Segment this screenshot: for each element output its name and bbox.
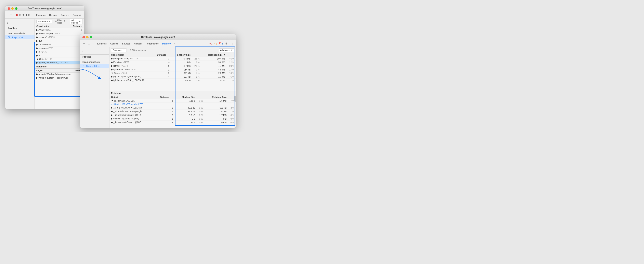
retainers-table1[interactable]: Object Distance Shallow Size Retained Si…: [35, 69, 84, 109]
tab-performance2[interactable]: Performance: [144, 42, 160, 46]
retainers-data2: Object Distance Shallow Size Retained Si…: [110, 95, 236, 124]
tab-console2[interactable]: Console: [109, 42, 120, 46]
profiles-title2[interactable]: Profiles: [80, 55, 109, 59]
snapshot-item1[interactable]: 🗒 Snap… (16….: [5, 35, 34, 40]
table-row[interactable]: ▶ (system) ×13070 2 626 204 4 % 1 571 68…: [35, 36, 84, 39]
cell-shallow-pct: 0 %: [197, 117, 204, 121]
table-row[interactable]: ▶ {sy1fu, sy2ly, sy39n, sy4fm, 4 197 kB …: [110, 75, 236, 78]
table-row[interactable]: ▶ (compiled code) ×107176 3 6.4 MB 28 % …: [110, 57, 236, 60]
table-row[interactable]: ▶ value in system / PropertyCel 3 0 0 % …: [35, 76, 84, 80]
filter-btn1[interactable]: ⊟ Filter by class: [53, 19, 69, 24]
table-row[interactable]: ▶ (string) ×43170 2 4.7 MB 20 % 4.7 MB 2…: [110, 64, 236, 68]
summary-btn2[interactable]: Summary ▼: [111, 48, 127, 52]
table-row[interactable]: ▶ _ in system / Context @607 4 36 B 0 % …: [110, 121, 236, 124]
tab-elements1[interactable]: Elements: [34, 13, 47, 17]
traffic-lights2[interactable]: [82, 36, 92, 38]
tab-sources1[interactable]: Sources: [59, 13, 71, 17]
heap-table1[interactable]: Constructor Distance Shallow Size Retain…: [35, 24, 84, 64]
tab-network2[interactable]: Network: [132, 42, 144, 46]
table-row[interactable]: ▶ (object shape) ×30404 2 1 555 032 9 % …: [35, 32, 84, 36]
retainers-table2[interactable]: Object Distance Shallow Size Retained Si…: [110, 95, 236, 128]
cell-shallow-pct: 0 %: [197, 113, 204, 117]
sidebar2: ≡ Profiles Heap snapshots 🗒 Snap… (22….: [80, 47, 110, 128]
summary-btn1[interactable]: Summary ▼: [36, 20, 52, 23]
table-row[interactable]: ▶ value in system / Property 3 0 B 0 % 0…: [110, 117, 236, 121]
table-row[interactable]: ▶ S 7 1 580 0 % 1 054 416 6 %: [35, 54, 84, 58]
tab-network1[interactable]: Network: [71, 13, 83, 17]
constructor-table1: Constructor Distance Shallow Size Retain…: [35, 24, 84, 64]
cell-shallow: 321 kB: [171, 72, 192, 75]
col-constructor1: Constructor: [35, 24, 71, 28]
tab-memory2[interactable]: Memory: [161, 42, 172, 46]
table-row[interactable]: ▶ {SdcwHb} ×8 4 203 040 1 % 1 369 084 8 …: [35, 43, 84, 46]
table-row[interactable]: ▶ IKa 3 128 0 % 1 509 872 9 %: [35, 39, 84, 43]
tab-console1[interactable]: Console: [48, 13, 59, 17]
scrollbar-thumb2[interactable]: [234, 96, 236, 102]
table-row[interactable]: ▼ Object ×1195 2 85 708 1 % 660 116 4 %: [35, 58, 84, 61]
cell-link[interactable]: c,dtl0nd,eHDfl,YV5bee,d,csi:753: [110, 102, 236, 106]
filter-btn2[interactable]: ⊟ Filter by class: [128, 48, 147, 52]
cell-constructor: ▶ (object shape) ×30404: [35, 32, 71, 36]
more-icon2[interactable]: ⋮: [230, 42, 234, 46]
table-row[interactable]: ▶ Array ×43497 2 1 256 024 8 % 2 220 000…: [35, 28, 84, 32]
window1: DevTools - www.google.com/ ⊹ ◫ ⏺ ⊘ ⬆ ⬇ ⊞…: [5, 6, 84, 109]
sidebar-settings-icon[interactable]: ≡: [7, 22, 8, 24]
snapshot-icon2: 🗒: [82, 64, 85, 68]
table-row[interactable]: ▶ _hd in Window / www.google 1 39.8 kB 0…: [110, 110, 236, 113]
inspect-icon[interactable]: ◫: [10, 13, 12, 17]
table-row[interactable]: ▶ goog in Window / chrome–exten 1 53 476…: [35, 72, 84, 76]
col-shallow2: Shallow Size: [171, 53, 192, 57]
tab-more2[interactable]: »: [173, 42, 176, 45]
window2: DevTools - www.google.com/ ⊹ ◫ Elements …: [80, 34, 236, 128]
table-row[interactable]: ▶ Function ×34385 – 1.1 MB 5 % 5.0 MB 22…: [110, 60, 236, 64]
tab-sources2[interactable]: Sources: [120, 42, 132, 46]
profiles-title1[interactable]: Profiles: [5, 26, 34, 30]
cursor-icon[interactable]: ⊹: [7, 13, 9, 17]
cell-constructor: ▶ (compiled code) ×107176: [110, 57, 155, 60]
inspect-icon2[interactable]: ◫: [87, 42, 92, 46]
table-row[interactable]: ▶ system / Context ×3013 2 114 kB 0 % 4.…: [110, 68, 236, 72]
table-row[interactable]: ▶ {global, exportPath_, CLOSUR 2 444 B 0…: [110, 78, 236, 82]
minimize-button2[interactable]: [86, 36, 88, 38]
all-objects-btn1[interactable]: All objects ▼: [70, 19, 82, 24]
heap-table2[interactable]: Constructor Distance Shallow Size Retain…: [110, 53, 236, 91]
stop-icon[interactable]: ⊘: [19, 13, 21, 17]
toolbar1: ⊹ ◫ ⏺ ⊘ ⬆ ⬇ ⊞ Elements Console Sources N…: [5, 11, 84, 19]
table-row[interactable]: ▶ jn ×9436 4 389 920 2 % 1 147 432 7 %: [35, 50, 84, 54]
snapshot-icon1: 🗒: [8, 36, 10, 39]
minimize-button1[interactable]: [11, 7, 14, 10]
cursor-icon2[interactable]: ⊹: [82, 42, 86, 46]
traffic-lights1[interactable]: [8, 7, 18, 10]
snapshot-item2[interactable]: 🗒 Snap… (22….: [80, 64, 109, 68]
table-row[interactable]: ▼ oa in lKa @177115 □ 3 128 B 0 % 1.5 MB…: [110, 99, 236, 102]
table-row[interactable]: ▶ {global, exportPath_, CLOSU 2 444 0 % …: [35, 61, 84, 64]
sidebar-settings-icon2[interactable]: ≡: [82, 50, 83, 53]
constructor-table2: Constructor Distance Shallow Size Retain…: [110, 53, 236, 82]
collect-icon[interactable]: ⊞: [28, 13, 30, 17]
table-row[interactable]: ▶ Xd in {FOc, HOa, VC, jo, Sbd 2 98.3 kB…: [110, 106, 236, 110]
cell-shallow: 4.7 MB: [171, 64, 192, 68]
table-row[interactable]: ▶ _ in system / Context @142 2 8.2 kB 0 …: [110, 113, 236, 117]
tab-memory1[interactable]: Memory: [83, 13, 84, 17]
table-row[interactable]: ▶ (string) ×47253 2 1 295 232 8 % 1 295 …: [35, 46, 84, 50]
maximize-button2[interactable]: [90, 36, 92, 38]
cell-dist: 3: [155, 57, 171, 60]
close-button2[interactable]: [82, 36, 85, 38]
cell-retained: 476 B: [205, 121, 228, 124]
retainers-data1: Object Distance Shallow Size Retained Si…: [35, 69, 84, 80]
body1: ≡ Profiles Heap snapshots 🗒 Snap… (16…. …: [5, 19, 84, 109]
settings-icon2[interactable]: ⚙: [224, 42, 229, 46]
cell-shallow: 1.1 MB: [171, 60, 192, 64]
scrollbar2[interactable]: [234, 95, 236, 128]
maximize-button1[interactable]: [15, 7, 18, 10]
all-objects-btn2[interactable]: All objects ▼: [219, 48, 234, 52]
download-icon[interactable]: ⬇: [25, 13, 28, 17]
tab-elements2[interactable]: Elements: [96, 42, 108, 46]
upload-icon[interactable]: ⬆: [22, 13, 24, 17]
tab-list1: Elements Console Sources Network Memory …: [34, 13, 84, 17]
record-icon[interactable]: ⏺: [16, 13, 18, 17]
table-row[interactable]: c,dtl0nd,eHDfl,YV5bee,d,csi:753: [110, 102, 236, 106]
table-row[interactable]: ▼ Object ×1618 2 321 kB 1 % 2.3 MB 10 %: [110, 72, 236, 75]
close-button1[interactable]: [8, 7, 10, 10]
cell-dist: –: [155, 60, 171, 64]
